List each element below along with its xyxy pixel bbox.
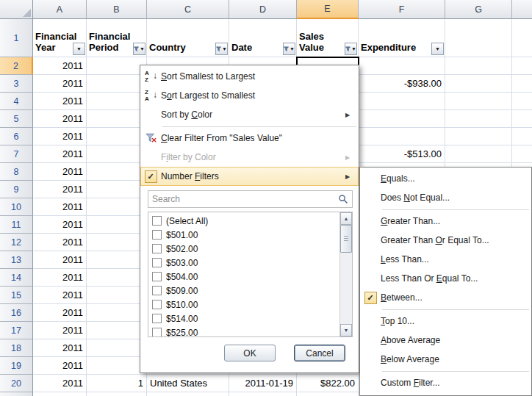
cell-D1[interactable]: Date▼ — [229, 19, 297, 57]
filter-value-509-00[interactable]: $509.00 — [148, 284, 339, 298]
row-header-16[interactable]: 16 — [0, 304, 33, 322]
cell-F1[interactable]: Expenditure▼ — [359, 19, 445, 57]
filter-value-501-00[interactable]: $501.00 — [148, 228, 339, 242]
column-header-C[interactable]: C — [147, 0, 229, 19]
cell-B17[interactable] — [87, 322, 147, 339]
cell-B12[interactable] — [87, 234, 147, 251]
column-header-G[interactable]: G — [445, 0, 512, 19]
cell-A5[interactable]: 2011 — [33, 110, 87, 128]
cell-A7[interactable]: 2011 — [33, 145, 87, 163]
cell-B13[interactable] — [87, 251, 147, 269]
menu-item-greater-than[interactable]: Greater Than... — [360, 212, 531, 231]
cell-C20[interactable]: United States — [147, 375, 229, 392]
cell-C21[interactable] — [147, 392, 229, 396]
cell-A3[interactable]: 2011 — [33, 75, 87, 93]
checkbox-icon[interactable] — [152, 244, 162, 253]
column-header-overflow[interactable] — [512, 0, 532, 19]
filter-value-510-00[interactable]: $510.00 — [148, 298, 339, 312]
filter-button-d[interactable]: ▼ — [283, 43, 295, 55]
checkbox-icon[interactable] — [152, 300, 162, 309]
cell-B18[interactable] — [87, 339, 147, 357]
cell-G5[interactable] — [445, 110, 512, 128]
cell-D20[interactable]: 2011-01-19 — [229, 375, 297, 392]
row-header-8[interactable]: 8 — [0, 163, 33, 181]
cell-B21[interactable] — [87, 392, 147, 396]
scrollbar-thumb[interactable] — [340, 225, 352, 253]
row-header-17[interactable]: 17 — [0, 322, 33, 339]
cell-G2[interactable] — [445, 57, 512, 75]
cancel-button[interactable]: Cancel — [294, 345, 345, 361]
filter-button-b[interactable]: ▼ — [133, 43, 145, 55]
cell-F5[interactable] — [359, 110, 445, 128]
cell-A11[interactable]: 2011 — [33, 216, 87, 234]
cell-G7[interactable] — [445, 145, 512, 163]
menu-item-sort-largest-to-smallest[interactable]: ZA↓Sort Largest to Smallest — [140, 86, 359, 105]
menu-item-sort-smallest-to-largest[interactable]: AZ↓Sort Smallest to Largest — [140, 67, 359, 86]
cell-B7[interactable] — [87, 145, 147, 163]
menu-item-custom-filter[interactable]: Custom Filter... — [360, 373, 531, 392]
cell-A21[interactable] — [33, 392, 87, 396]
filter-value-502-00[interactable]: $502.00 — [148, 242, 339, 256]
cell-E20[interactable]: $822.00 — [297, 375, 359, 392]
row-header-7[interactable]: 7 — [0, 145, 33, 163]
cell-overflow4[interactable] — [512, 93, 532, 110]
checkbox-icon[interactable] — [152, 286, 162, 295]
cell-A6[interactable]: 2011 — [33, 128, 87, 145]
filter-value-525-00[interactable]: $525.00 — [148, 325, 339, 337]
cell-B4[interactable] — [87, 93, 147, 110]
row-header-18[interactable]: 18 — [0, 339, 33, 357]
cell-A20[interactable]: 2011 — [33, 375, 87, 392]
cell-B9[interactable] — [87, 181, 147, 198]
checkbox-icon[interactable] — [152, 216, 162, 226]
menu-item-between[interactable]: ✓Between... — [360, 288, 531, 307]
cell-B11[interactable] — [87, 216, 147, 234]
checkbox-icon[interactable] — [152, 258, 162, 267]
filter-value-select-all[interactable]: (Select All) — [148, 214, 339, 228]
cell-A2[interactable]: 2011 — [33, 57, 87, 75]
cell-D21[interactable] — [229, 392, 297, 396]
menu-item-greater-than-or-equal-to[interactable]: Greater Than Or Equal To... — [360, 231, 531, 250]
cell-G1[interactable] — [445, 19, 512, 57]
checkbox-icon[interactable] — [152, 230, 162, 240]
checkbox-icon[interactable] — [152, 272, 162, 281]
menu-item-top-10[interactable]: Top 10... — [360, 312, 531, 331]
checkbox-icon[interactable] — [152, 314, 162, 323]
row-header-1[interactable]: 1 — [0, 19, 33, 57]
menu-item-does-not-equal[interactable]: Does Not Equal... — [360, 188, 531, 207]
cell-B10[interactable] — [87, 198, 147, 216]
cell-overflow3[interactable] — [512, 75, 532, 93]
menu-item-number-filters[interactable]: ✓Number Filters▶ — [140, 167, 359, 186]
row-header-4[interactable]: 4 — [0, 93, 33, 110]
listbox-scrollbar[interactable]: ▲ ▼ — [339, 212, 352, 336]
filter-button-e[interactable]: ▼ — [345, 43, 357, 55]
row-header-9[interactable]: 9 — [0, 181, 33, 198]
cell-A18[interactable]: 2011 — [33, 339, 87, 357]
row-header-10[interactable]: 10 — [0, 198, 33, 216]
cell-A1[interactable]: Financial Year▼ — [33, 19, 87, 57]
cell-overflow5[interactable] — [512, 110, 532, 128]
cell-B1[interactable]: Financial Period▼ — [87, 19, 147, 57]
cell-E1[interactable]: Sales Value▼ — [297, 19, 359, 57]
cell-A19[interactable]: 2011 — [33, 357, 87, 375]
cell-A15[interactable]: 2011 — [33, 287, 87, 304]
column-header-F[interactable]: F — [359, 0, 445, 19]
cell-G6[interactable] — [445, 128, 512, 145]
menu-item-above-average[interactable]: Above Average — [360, 331, 531, 350]
cell-A16[interactable]: 2011 — [33, 304, 87, 322]
cell-F3[interactable]: -$938.00 — [359, 75, 445, 93]
filter-button-f[interactable]: ▼ — [431, 43, 444, 55]
menu-item-less-than[interactable]: Less Than... — [360, 250, 531, 269]
cell-A4[interactable]: 2011 — [33, 93, 87, 110]
cell-B5[interactable] — [87, 110, 147, 128]
row-header-20[interactable]: 20 — [0, 375, 33, 392]
row-header-11[interactable]: 11 — [0, 216, 33, 234]
row-header-2[interactable]: 2 — [0, 57, 33, 75]
select-all-corner[interactable] — [0, 0, 33, 19]
menu-item-equals[interactable]: Equals... — [360, 169, 531, 188]
cell-F7[interactable]: -$513.00 — [359, 145, 445, 163]
column-header-B[interactable]: B — [87, 0, 147, 19]
cell-A12[interactable]: 2011 — [33, 234, 87, 251]
menu-item-less-than-or-equal-to[interactable]: Less Than Or Equal To... — [360, 269, 531, 288]
cell-C1[interactable]: Country▼ — [147, 19, 229, 57]
column-header-A[interactable]: A — [33, 0, 87, 19]
